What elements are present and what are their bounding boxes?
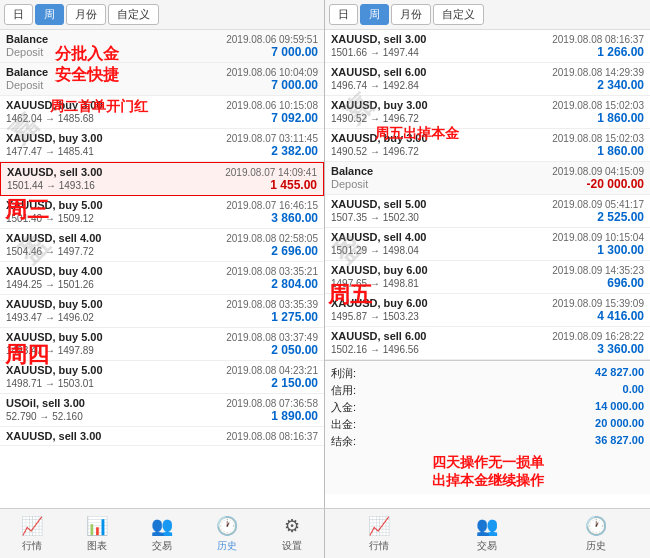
- nav-label-history-right: 历史: [586, 539, 606, 553]
- nav-item-trade-right[interactable]: 👥 交易: [433, 509, 541, 558]
- nav-item-market-right[interactable]: 📈 行情: [325, 509, 433, 558]
- trade-item: XAUUSD, sell 6.00 2019.08.08 14:29:39 14…: [325, 63, 650, 96]
- nav-label-history-left: 历史: [217, 539, 237, 553]
- nav-item-settings-left[interactable]: ⚙ 设置: [259, 509, 324, 558]
- trade-type: Balance: [6, 66, 48, 78]
- trade-date: 2019.08.07 16:46:15: [226, 200, 318, 211]
- trade-type: XAUUSD, buy 5.00: [6, 298, 103, 310]
- trade-item: XAUUSD, sell 3.00 2019.08.08 08:16:37 15…: [325, 30, 650, 63]
- trade-item: Balance 2019.08.06 09:59:51 Deposit 7 00…: [0, 30, 324, 63]
- trade-date: 2019.08.08 02:58:05: [226, 233, 318, 244]
- tab-month-right[interactable]: 月份: [391, 4, 431, 25]
- trade-prices: 1490.52 → 1496.72: [331, 146, 419, 157]
- summary-label: 出金:: [331, 417, 356, 432]
- summary-value-balance: 36 827.00: [595, 434, 644, 449]
- trade-date: 2019.08.08 15:02:03: [552, 133, 644, 144]
- trade-type: XAUUSD, sell 4.00: [6, 232, 101, 244]
- trade-prices: 1501.44 → 1493.16: [7, 180, 95, 191]
- trade-date: 2019.08.09 16:28:22: [552, 331, 644, 342]
- trade-date: 2019.08.09 15:39:09: [552, 298, 644, 309]
- summary-value-withdraw: 20 000.00: [595, 417, 644, 432]
- history-icon-right: 🕐: [585, 515, 607, 537]
- trade-type: XAUUSD, sell 6.00: [331, 66, 426, 78]
- summary-row: 信用: 0.00: [331, 382, 644, 399]
- trade-type: XAUUSD, sell 3.00: [331, 33, 426, 45]
- trade-type: XAUUSD, buy 6.00: [331, 297, 428, 309]
- nav-item-history-left[interactable]: 🕐 历史: [194, 509, 259, 558]
- trade-type: XAUUSD, sell 3.00: [7, 166, 102, 178]
- trade-prices: 1496.74 → 1492.84: [331, 80, 419, 91]
- trade-item: XAUUSD, buy 3.00 2019.08.07 03:11:45 147…: [0, 129, 324, 162]
- trade-item: XAUUSD, sell 4.00 2019.08.09 10:15:04 15…: [325, 228, 650, 261]
- trade-date: 2019.08.09 14:35:23: [552, 265, 644, 276]
- trade-type: XAUUSD, buy 3.00: [331, 132, 428, 144]
- summary-row: 结余: 36 827.00: [331, 433, 644, 450]
- trade-date: 2019.08.08 07:36:58: [226, 398, 318, 409]
- right-panel: 日 周 月份 自定义 嘉 盈 周五出掉本金 周五: [325, 0, 650, 508]
- tab-day-left[interactable]: 日: [4, 4, 33, 25]
- trade-profit: 1 890.00: [271, 409, 318, 423]
- tab-week-right[interactable]: 周: [360, 4, 389, 25]
- summary-label: 利润:: [331, 366, 356, 381]
- trade-profit: -20 000.00: [587, 177, 644, 191]
- settings-icon-left: ⚙: [284, 515, 300, 537]
- trade-subtype: Deposit: [6, 46, 43, 58]
- trade-item: XAUUSD, buy 3.00 2019.08.08 15:02:03 149…: [325, 129, 650, 162]
- tab-day-right[interactable]: 日: [329, 4, 358, 25]
- trade-type: XAUUSD, sell 3.00: [6, 430, 101, 442]
- trade-type: XAUUSD, sell 5.00: [331, 198, 426, 210]
- summary-row: 出金: 20 000.00: [331, 416, 644, 433]
- trade-prices: 1494.25 → 1501.26: [6, 279, 94, 290]
- trade-date: 2019.08.08 14:29:39: [552, 67, 644, 78]
- tab-month-left[interactable]: 月份: [66, 4, 106, 25]
- market-icon-right: 📈: [368, 515, 390, 537]
- trade-date: 2019.08.09 05:41:17: [552, 199, 644, 210]
- left-bottom-nav: 📈 行情 📊 图表 👥 交易 🕐 历史 ⚙ 设置: [0, 509, 325, 558]
- trade-item: XAUUSD, buy 5.00 2019.08.08 04:23:21 149…: [0, 361, 324, 394]
- trade-prices: 1498.71 → 1503.01: [6, 378, 94, 389]
- trade-date: 2019.08.06 09:59:51: [226, 34, 318, 45]
- trade-type: XAUUSD, buy 5.00: [6, 331, 103, 343]
- trade-profit: 1 266.00: [597, 45, 644, 59]
- trade-prices: 1493.47 → 1496.02: [6, 312, 94, 323]
- trade-date: 2019.08.06 10:04:09: [226, 67, 318, 78]
- tab-custom-left[interactable]: 自定义: [108, 4, 159, 25]
- trade-date: 2019.08.08 03:37:49: [226, 332, 318, 343]
- trade-profit: 3 360.00: [597, 342, 644, 356]
- trade-date: 2019.08.08 08:16:37: [552, 34, 644, 45]
- trade-type: USOil, sell 3.00: [6, 397, 85, 409]
- nav-item-chart-left[interactable]: 📊 图表: [65, 509, 130, 558]
- trade-type: XAUUSD, buy 6.00: [331, 264, 428, 276]
- summary-row: 入金: 14 000.00: [331, 399, 644, 416]
- trade-prices: 1504.46 → 1497.72: [6, 246, 94, 257]
- trade-date: 2019.08.08 04:23:21: [226, 365, 318, 376]
- trade-item: XAUUSD, buy 5.00 2019.08.07 16:46:15 150…: [0, 196, 324, 229]
- trade-prices: 1493.47 → 1497.89: [6, 345, 94, 356]
- left-panel: 日 周 月份 自定义 嘉 盈 分批入金 安全快捷 周二首单开门红: [0, 0, 325, 508]
- nav-item-history-right[interactable]: 🕐 历史: [542, 509, 650, 558]
- trade-profit: 2 696.00: [271, 244, 318, 258]
- tab-week-left[interactable]: 周: [35, 4, 64, 25]
- trade-type: XAUUSD, buy 3.00: [331, 99, 428, 111]
- trade-item-balance-withdraw: Balance 2019.08.09 04:15:09 Deposit -20 …: [325, 162, 650, 195]
- trade-prices: 1477.47 → 1485.41: [6, 146, 94, 157]
- summary-value-profit: 42 827.00: [595, 366, 644, 381]
- trade-date: 2019.08.08 03:35:21: [226, 266, 318, 277]
- trade-type: XAUUSD, buy 5.00: [6, 364, 103, 376]
- trade-item: XAUUSD, buy 5.00 2019.08.08 03:37:49 149…: [0, 328, 324, 361]
- nav-item-market-left[interactable]: 📈 行情: [0, 509, 65, 558]
- summary-label: 入金:: [331, 400, 356, 415]
- trade-item: XAUUSD, buy 5.00 2019.08.08 03:35:39 149…: [0, 295, 324, 328]
- right-bottom-nav: 📈 行情 👥 交易 🕐 历史: [325, 509, 650, 558]
- trade-prices: 1507.35 → 1502.30: [331, 212, 419, 223]
- trade-profit: 2 525.00: [597, 210, 644, 224]
- tab-custom-right[interactable]: 自定义: [433, 4, 484, 25]
- chart-icon-left: 📊: [86, 515, 108, 537]
- market-icon-left: 📈: [21, 515, 43, 537]
- trade-type: Balance: [6, 33, 48, 45]
- trade-date: 2019.08.06 10:15:08: [226, 100, 318, 111]
- trade-date: 2019.08.07 03:11:45: [226, 133, 318, 144]
- nav-item-trade-left[interactable]: 👥 交易: [130, 509, 195, 558]
- trade-item-highlighted: XAUUSD, sell 3.00 2019.08.07 14:09:41 15…: [0, 162, 324, 196]
- trade-item: XAUUSD, buy 3.00 2019.08.06 10:15:08 146…: [0, 96, 324, 129]
